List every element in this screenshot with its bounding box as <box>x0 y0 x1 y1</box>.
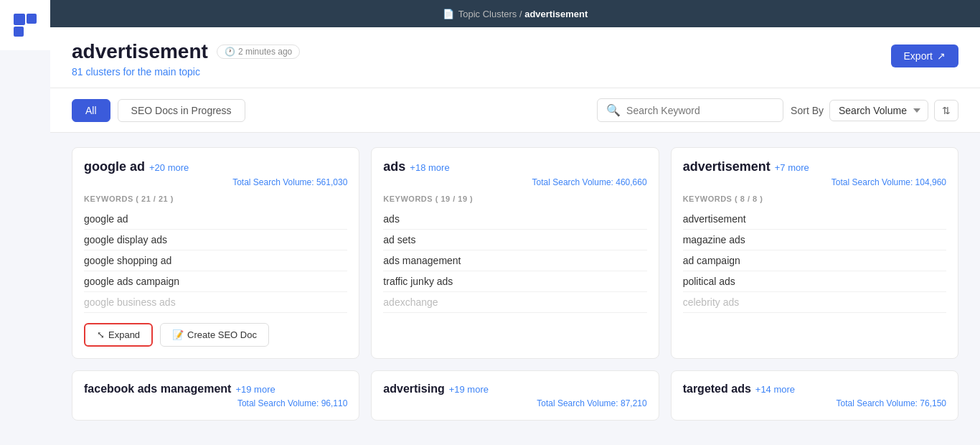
keyword-item: ads <box>383 209 646 230</box>
keyword-item-faded: adexchange <box>383 292 646 313</box>
topbar: 📄 Topic Clusters / advertisement <box>50 0 980 27</box>
keywords-label: KEYWORDS ( 8 / 8 ) <box>683 195 946 203</box>
card-volume: Total Search Volume: 104,960 <box>683 177 946 187</box>
keyword-item: google ad <box>84 209 347 230</box>
filters-row: All SEO Docs in Progress 🔍 Sort By Searc… <box>50 88 980 133</box>
card-volume: Total Search Volume: 96,110 <box>84 398 347 408</box>
doc-icon: 📄 <box>443 9 454 19</box>
card-title: targeted ads <box>683 383 751 395</box>
keyword-item: google shopping ad <box>84 250 347 271</box>
sort-order-icon: ⇅ <box>942 105 951 116</box>
keyword-item: political ads <box>683 271 946 292</box>
card-title-row: facebook ads management +19 more <box>84 383 347 395</box>
sort-order-button[interactable]: ⇅ <box>934 100 958 121</box>
card-title-row: ads +18 more <box>383 159 646 174</box>
card-actions: ⤡ Expand 📝 Create SEO Doc <box>84 323 347 347</box>
sort-by-label: Sort By <box>791 105 824 116</box>
keyword-item-faded: celebrity ads <box>683 292 946 313</box>
create-seo-doc-button[interactable]: 📝 Create SEO Doc <box>160 323 269 347</box>
page-header: advertisement 🕐 2 minutes ago 81 cluster… <box>50 27 980 88</box>
card-more: +19 more <box>449 384 489 395</box>
keyword-item: google ads campaign <box>84 271 347 292</box>
expand-button[interactable]: ⤡ Expand <box>84 323 153 347</box>
keyword-item-faded: google business ads <box>84 292 347 313</box>
sort-section: Sort By Search Volume Keyword Count Alph… <box>791 100 958 121</box>
clock-icon: 🕐 <box>225 47 235 57</box>
all-filter-button[interactable]: All <box>72 99 110 122</box>
card-title-row: advertising +19 more <box>383 383 646 395</box>
cluster-card-advertisement: advertisement +7 more Total Search Volum… <box>671 147 958 359</box>
card-title: advertising <box>383 383 444 395</box>
expand-icon: ⤡ <box>97 329 105 340</box>
keywords-label: KEYWORDS ( 21 / 21 ) <box>84 195 347 203</box>
seo-docs-filter-button[interactable]: SEO Docs in Progress <box>118 99 245 122</box>
bottom-cards-grid: facebook ads management +19 more Total S… <box>72 370 958 421</box>
card-more: +19 more <box>235 384 275 395</box>
card-volume: Total Search Volume: 87,210 <box>383 398 646 408</box>
card-more: +14 more <box>755 384 795 395</box>
card-more: +18 more <box>410 162 449 173</box>
keyword-item: advertisement <box>683 209 946 230</box>
bottom-cluster-card-1: facebook ads management +19 more Total S… <box>72 370 359 421</box>
cluster-card-google-ad: google ad +20 more Total Search Volume: … <box>72 147 359 359</box>
page-title: advertisement 🕐 2 minutes ago <box>72 40 300 63</box>
keywords-label: KEYWORDS ( 19 / 19 ) <box>383 195 646 203</box>
card-title-row: advertisement +7 more <box>683 159 946 174</box>
keyword-item: google display ads <box>84 230 347 250</box>
keyword-item: ads management <box>383 250 646 271</box>
card-title: facebook ads management <box>84 383 231 395</box>
card-title-row: targeted ads +14 more <box>683 383 946 395</box>
card-title-row: google ad +20 more <box>84 159 347 174</box>
keyword-item: traffic junky ads <box>383 271 646 292</box>
search-input[interactable] <box>626 105 774 116</box>
card-volume: Total Search Volume: 460,660 <box>383 177 646 187</box>
export-icon: ↗ <box>937 50 946 62</box>
card-title: advertisement <box>683 159 771 174</box>
header-left: advertisement 🕐 2 minutes ago 81 cluster… <box>72 40 300 78</box>
card-more: +7 more <box>775 162 809 173</box>
card-title: ads <box>383 159 405 174</box>
sort-select[interactable]: Search Volume Keyword Count Alphabetical <box>829 100 928 121</box>
keyword-item: ad sets <box>383 230 646 250</box>
subtitle: 81 clusters for the main topic <box>72 66 300 78</box>
app-logo <box>0 0 50 50</box>
create-icon: 📝 <box>172 329 184 340</box>
keyword-item: ad campaign <box>683 250 946 271</box>
breadcrumb-path: Topic Clusters / advertisement <box>458 9 588 19</box>
search-icon: 🔍 <box>606 103 621 117</box>
search-box: 🔍 <box>597 98 783 122</box>
main-cards-grid: google ad +20 more Total Search Volume: … <box>72 147 958 359</box>
time-badge: 🕐 2 minutes ago <box>217 44 300 59</box>
export-button[interactable]: Export ↗ <box>891 44 958 67</box>
svg-rect-3 <box>14 27 24 37</box>
cards-section: google ad +20 more Total Search Volume: … <box>50 133 980 435</box>
card-title: google ad <box>84 159 145 174</box>
svg-rect-1 <box>14 14 25 25</box>
cluster-card-ads: ads +18 more Total Search Volume: 460,66… <box>371 147 659 359</box>
card-volume: Total Search Volume: 76,150 <box>683 398 946 408</box>
keyword-item: magazine ads <box>683 230 946 250</box>
card-more: +20 more <box>149 162 189 173</box>
bottom-cluster-card-3: targeted ads +14 more Total Search Volum… <box>671 370 958 421</box>
svg-rect-2 <box>27 14 37 24</box>
card-volume: Total Search Volume: 561,030 <box>84 177 347 187</box>
bottom-cluster-card-2: advertising +19 more Total Search Volume… <box>371 370 659 421</box>
